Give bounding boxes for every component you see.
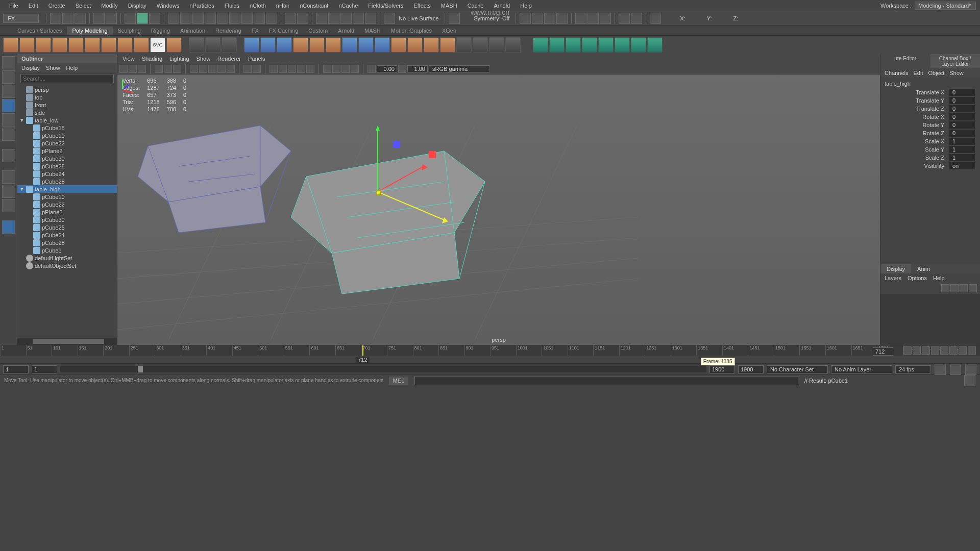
outliner-item[interactable]: ▾table_high (17, 185, 117, 193)
step-back-key-icon[interactable] (913, 346, 921, 355)
vp-res-icon[interactable] (173, 65, 181, 73)
lasso-tool-icon[interactable] (2, 70, 15, 84)
outliner-hscroll[interactable] (17, 338, 117, 345)
multicut-icon[interactable] (473, 37, 488, 53)
poly-cylinder-icon[interactable] (36, 37, 51, 53)
outliner-item[interactable]: pCube28 (17, 239, 117, 246)
c6-icon[interactable] (587, 13, 599, 24)
vp-gate-icon[interactable] (164, 65, 172, 73)
outliner-item[interactable]: pPlane2 (17, 147, 117, 155)
workspace-selector[interactable]: Modeling - Standard* (915, 2, 976, 10)
outliner-search-input[interactable] (20, 74, 114, 83)
poly-pyramid-icon[interactable] (134, 37, 149, 53)
vp-a-icon[interactable] (270, 65, 278, 73)
vp-gamma-value[interactable]: 1.00 (407, 65, 428, 72)
menu-cache[interactable]: Cache (462, 3, 489, 9)
vp-c-icon[interactable] (288, 65, 296, 73)
cb-menu-show[interactable]: Show (949, 70, 964, 76)
attr-editor-tab[interactable]: ute Editor (880, 54, 930, 68)
shelf-tab-rigging[interactable]: Rigging (146, 27, 175, 35)
snap-live-icon[interactable] (365, 13, 376, 24)
collapse-icon[interactable] (375, 37, 390, 53)
vp-colorspace-select[interactable]: sRGB gamma (429, 65, 490, 72)
menu-mash[interactable]: MASH (436, 3, 462, 9)
goto-end-icon[interactable] (968, 346, 976, 355)
channel-object-name[interactable]: table_high (885, 80, 976, 88)
vp-xray-icon[interactable] (253, 65, 261, 73)
triangulate-icon[interactable] (615, 37, 630, 53)
snap-curve-icon[interactable] (328, 13, 339, 24)
viewport-menu-show[interactable]: Show (197, 56, 211, 62)
new-scene-icon[interactable] (50, 13, 61, 24)
outliner-item[interactable]: defaultObjectSet (17, 262, 117, 269)
outliner-item[interactable]: pCube30 (17, 216, 117, 223)
poly-cube-icon[interactable] (19, 37, 35, 53)
viewport-menu-renderer[interactable]: Renderer (217, 56, 241, 62)
menu-nconstraint[interactable]: nConstraint (295, 3, 333, 9)
poly-superellipse-icon[interactable] (189, 37, 204, 53)
vp-i-icon[interactable] (351, 65, 359, 73)
cb-menu-channels[interactable]: Channels (885, 70, 908, 76)
append-icon[interactable] (342, 37, 357, 53)
live-icon[interactable] (384, 13, 395, 24)
vp-light-icon[interactable] (217, 65, 226, 73)
move-tool-icon[interactable] (2, 99, 15, 112)
outliner-item[interactable]: defaultLightSet (17, 254, 117, 262)
layer-down-icon[interactable] (950, 284, 959, 292)
shelf-tab-rendering[interactable]: Rendering (210, 27, 247, 35)
menu-nhair[interactable]: nHair (271, 3, 295, 9)
time-slider[interactable]: 1511011512012513013514014515015516016517… (0, 345, 980, 363)
script-lang-toggle[interactable]: MEL (389, 377, 409, 385)
fill-icon[interactable] (358, 37, 374, 53)
vp-exposure-icon[interactable] (368, 65, 376, 73)
vp-exposure-value[interactable]: 0.00 (377, 65, 397, 72)
autokey-icon[interactable] (935, 364, 946, 375)
vp-b-icon[interactable] (279, 65, 287, 73)
vp-isolate-icon[interactable] (243, 65, 252, 73)
script-editor-icon[interactable] (964, 375, 975, 386)
scale-tool-icon[interactable] (2, 128, 15, 141)
viewport-menu-view[interactable]: View (122, 56, 135, 62)
menu-modify[interactable]: Modify (96, 3, 122, 9)
boolean-icon[interactable] (277, 37, 292, 53)
layers-menu-help[interactable]: Help (933, 275, 945, 281)
separate-icon[interactable] (260, 37, 276, 53)
shelf-tab-motiongraphics[interactable]: Motion Graphics (386, 27, 437, 35)
step-fwd-key-icon[interactable] (959, 346, 967, 355)
layout-four-icon[interactable] (2, 185, 15, 198)
menu-windows[interactable]: Windows (152, 3, 185, 9)
shelf-tab-sculpting[interactable]: Sculpting (113, 27, 146, 35)
redo-icon[interactable] (106, 13, 117, 24)
outliner-item[interactable]: pCube10 (17, 132, 117, 139)
menu-ncache[interactable]: nCache (333, 3, 363, 9)
lock-icon[interactable] (285, 13, 296, 24)
select-tool-icon[interactable] (2, 56, 15, 69)
outliner-tree[interactable]: persptopfrontside▾table_lowpCube18pCube1… (17, 85, 117, 338)
poly-torus-icon[interactable] (68, 37, 84, 53)
sel-face-icon[interactable] (149, 13, 160, 24)
menu-display[interactable]: Display (123, 3, 152, 9)
mask-3-icon[interactable] (192, 13, 204, 24)
pause-icon[interactable] (650, 13, 661, 24)
outliner-item[interactable]: ▾table_low (17, 116, 117, 124)
mask-1-icon[interactable] (168, 13, 179, 24)
c1-icon[interactable] (520, 13, 531, 24)
shelf-tab-animation[interactable]: Animation (175, 27, 210, 35)
snap-grid-icon[interactable] (316, 13, 327, 24)
layer-new-icon[interactable] (960, 284, 968, 292)
menu-ncloth[interactable]: nCloth (244, 3, 271, 9)
outliner-item[interactable]: pCube26 (17, 223, 117, 231)
fps-select[interactable]: 24 fps (895, 365, 931, 373)
offsetloop-icon[interactable] (505, 37, 521, 53)
poly-platonic-icon[interactable] (117, 37, 133, 53)
c5-icon[interactable] (575, 13, 586, 24)
vp-g-icon[interactable] (332, 65, 340, 73)
outliner-item[interactable]: side (17, 109, 117, 116)
channel-attr-value[interactable]: 0 (949, 121, 975, 129)
mask-2-icon[interactable] (180, 13, 191, 24)
channel-attr-value[interactable]: 1 (949, 138, 975, 145)
mask-7-icon[interactable] (241, 13, 253, 24)
range-track[interactable] (60, 366, 706, 372)
snap-icon[interactable] (297, 13, 308, 24)
poly-sphere-icon[interactable] (3, 37, 18, 53)
